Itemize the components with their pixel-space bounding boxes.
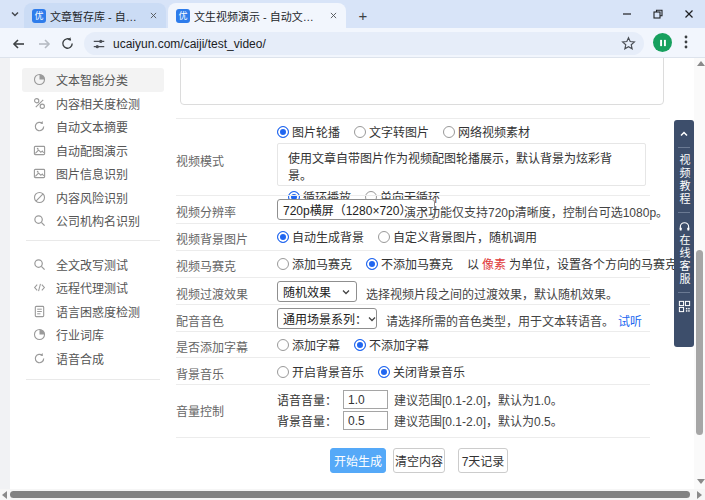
radio-off-icon[interactable] [277,258,289,270]
tab-close-button[interactable] [146,9,160,23]
voice-hint: 请选择所需的音色类型，用于文本转语音。试听 [386,312,642,329]
radio-on-icon[interactable] [277,231,289,243]
voice-select[interactable]: 通用场景系列： [277,308,377,329]
radio-option[interactable]: 开启背景音乐 [277,363,364,380]
page-left-gutter [0,58,10,489]
qr-code-icon[interactable] [678,300,691,313]
window-minimize-button[interactable] [614,4,640,24]
sidebar-item-auto-image[interactable]: 自动配图演示 [22,139,164,163]
horizontal-scrollbar[interactable] [0,489,705,500]
sidebar-item-industry-lexicon[interactable]: 行业词库 [22,323,164,347]
scroll-left-arrow[interactable] [2,491,7,499]
sidebar-item-org-recognition[interactable]: 公司机构名识别 [22,209,164,233]
sidebar-item-speech-synthesis[interactable]: 语音合成 [22,347,164,371]
radio-option[interactable]: 自动生成背景 [277,228,364,245]
transition-hint: 选择视频片段之间的过渡效果，默认随机效果。 [366,285,618,302]
image-icon [32,143,46,157]
radio-off-icon[interactable] [443,126,455,138]
sidebar-item-rewrite-test[interactable]: 全文改写测试 [22,253,164,277]
radio-option[interactable]: 文字转图片 [354,123,429,140]
radio-option[interactable]: 不添加马赛克 [366,255,453,272]
radio-option[interactable]: 网络视频素材 [443,123,530,140]
online-service-button[interactable]: 在线客服 [674,234,694,286]
collapse-button[interactable] [678,128,690,140]
site-favicon: 优 [32,9,46,23]
radio-off-icon[interactable] [378,231,390,243]
radio-on-icon[interactable] [277,126,289,138]
sidebar-divider [26,379,160,380]
sidebar-item-perplexity-check[interactable]: 语言困惑度检测 [22,300,164,324]
widget-divider [678,147,690,148]
vertical-scrollbar-thumb[interactable] [696,250,703,435]
window-close-button[interactable] [676,4,702,24]
article-textarea[interactable] [180,58,664,105]
radio-option[interactable]: 不添加字幕 [354,336,429,353]
reload-button[interactable] [59,35,76,52]
pie-chart-icon [32,328,46,342]
video-mode-detail-box: 使用文章自带图片作为视频配图轮播展示，默认背景为炫彩背景。 循环播放 单向无循环 [277,143,646,186]
row-divider [176,250,650,251]
sidebar-item-auto-summary[interactable]: 自动文本摘要 [22,115,164,139]
forward-button[interactable] [35,35,52,52]
url-text[interactable]: ucaiyun.com/caiji/test_video/ [113,37,621,51]
radio-option[interactable]: 图片轮播 [277,123,340,140]
radio-on-icon[interactable] [378,366,390,378]
sidebar-item-text-classify[interactable]: 文本智能分类 [22,68,164,92]
new-tab-button[interactable]: + [354,6,372,24]
browser-tab-1[interactable]: 优 文章暂存库 - 自动文章采集器 [24,3,166,28]
voice-volume-name: 语音音量： [277,391,337,408]
radio-on-icon[interactable] [354,339,366,351]
browser-tab-2-active[interactable]: 优 文生视频演示 - 自动文章采集器 [168,3,346,28]
video-mode-options: 图片轮播 文字转图片 网络视频素材 [277,123,530,140]
back-button[interactable] [10,35,27,52]
scroll-down-arrow[interactable] [697,479,705,484]
row-divider [176,304,650,305]
radio-off-icon[interactable] [277,366,289,378]
scroll-right-arrow[interactable] [697,491,702,499]
search-icon [32,214,46,228]
document-icon [32,304,46,318]
seven-day-records-button[interactable]: 7天记录 [458,448,508,473]
scroll-up-arrow[interactable] [697,61,705,66]
address-bar[interactable]: ucaiyun.com/caiji/test_video/ [84,32,644,55]
field-label: 视频模式 [176,152,224,169]
sidebar-item-risk-detection[interactable]: 内容风险识别 [22,186,164,210]
bg-volume-name: 背景音量： [277,412,337,429]
tab-search-button[interactable] [6,6,24,22]
bg-volume-input[interactable] [343,411,388,430]
refresh-icon [32,120,46,134]
profile-avatar[interactable] [653,33,672,52]
start-generate-button[interactable]: 开始生成 [330,448,386,473]
radio-off-icon[interactable] [354,126,366,138]
video-tutorial-button[interactable]: 视频教程 [674,154,694,206]
radio-off-icon[interactable] [277,339,289,351]
back-icon [14,40,24,48]
horizontal-scrollbar-thumb[interactable] [10,491,690,498]
bgm-options: 开启背景音乐 关闭背景音乐 [277,363,465,380]
mosaic-hint: 以 像素 为单位，设置各个方向的马赛克宽度。 [467,255,705,272]
headset-icon [678,220,691,233]
radio-on-icon[interactable] [366,258,378,270]
window-restore-button[interactable] [645,4,671,24]
radio-option[interactable]: 关闭背景音乐 [378,363,465,380]
radio-option[interactable]: 添加马赛克 [277,255,352,272]
vertical-scrollbar[interactable] [694,58,705,489]
reload-icon [63,37,72,48]
clear-content-button[interactable]: 清空内容 [393,448,445,473]
site-settings-button[interactable] [92,37,106,51]
sidebar-item-image-recognition[interactable]: 图片信息识别 [22,162,164,186]
sidebar-item-proxy-test[interactable]: 远程代理测试 [22,276,164,300]
transition-select[interactable]: 随机效果 [277,281,357,302]
audition-link[interactable]: 试听 [618,315,642,329]
sidebar-item-relevance-check[interactable]: 内容相关度检测 [22,92,164,116]
radio-option[interactable]: 自定义背景图片，随机调用 [378,228,537,245]
pie-chart-icon [32,73,46,87]
bookmark-button[interactable] [621,36,636,51]
radio-option[interactable]: 添加字幕 [277,336,340,353]
browser-menu-button[interactable] [684,34,688,50]
chevron-up-icon [681,133,687,136]
field-label: 视频背景图片 [176,230,248,247]
tab-close-button[interactable] [326,9,340,23]
voice-volume-hint: 建议范围[0.1-2.0]，默认为1.0。 [394,391,563,408]
voice-volume-input[interactable] [343,390,388,409]
